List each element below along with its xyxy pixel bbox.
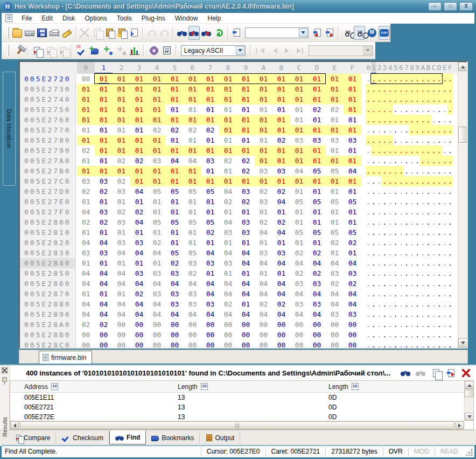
ascii-char[interactable]: . [398,238,404,248]
hex-byte[interactable]: 02 [272,217,290,227]
hex-byte[interactable]: 00 [255,319,272,330]
ascii-char[interactable]: . [371,105,376,115]
hex-byte[interactable]: 05 [308,227,326,238]
open-drive-button[interactable] [24,26,36,40]
hex-byte[interactable]: 04 [148,299,166,309]
ascii-char[interactable]: . [404,156,409,166]
ascii-char[interactable]: . [447,207,453,217]
hex-byte[interactable]: 00 [166,319,184,330]
hex-byte[interactable]: 01 [148,74,166,84]
hex-byte[interactable]: 00 [255,330,272,340]
hex-byte[interactable]: 00 [255,340,272,347]
ascii-char[interactable]: . [393,135,398,145]
hex-byte[interactable]: 04 [237,309,255,319]
ascii-char[interactable]: . [420,248,425,258]
ascii-char[interactable]: . [420,135,425,145]
ascii-char[interactable]: . [437,166,442,176]
hex-byte[interactable]: 01 [219,125,237,135]
hex-byte[interactable]: 01 [255,125,272,135]
ascii-char[interactable]: . [376,258,382,268]
ascii-char[interactable]: . [388,227,393,238]
results-copy-button[interactable] [430,367,442,378]
hex-byte[interactable]: 03 [219,227,237,238]
hex-byte[interactable]: 01 [130,227,148,238]
ascii-char[interactable]: . [442,115,447,125]
hex-byte[interactable]: 01 [308,125,326,135]
hex-byte[interactable]: 05 [166,217,184,227]
ascii-char[interactable]: . [382,135,387,145]
ascii-char[interactable]: . [382,207,387,217]
ascii-char[interactable]: . [376,299,382,309]
results-column-header[interactable]: Length [178,383,328,391]
ascii-char[interactable]: . [447,186,453,197]
hex-byte[interactable]: 01 [95,94,113,105]
ascii-char[interactable]: . [371,227,376,238]
hex-byte[interactable]: 01 [237,94,255,105]
hex-byte[interactable]: 01 [219,94,237,105]
ascii-char[interactable]: . [409,125,415,135]
hex-byte[interactable]: 01 [148,176,166,186]
hex-byte[interactable]: 04 [148,248,166,258]
hex-byte[interactable]: 00 [272,330,290,340]
hex-byte[interactable]: 03 [201,299,219,309]
ascii-char[interactable]: . [442,248,447,258]
ascii-char[interactable]: . [393,268,398,279]
hex-byte[interactable]: 04 [272,279,290,289]
hex-byte[interactable]: 00 [344,330,361,340]
hex-byte[interactable]: 02 [130,289,148,299]
ascii-char[interactable]: . [393,186,398,197]
file-properties-button[interactable] [61,26,73,40]
hex-byte[interactable]: 04 [77,268,95,279]
hex-byte[interactable]: 00 [201,340,219,347]
ascii-char[interactable]: . [371,289,376,299]
find-button[interactable] [176,26,187,40]
ascii-char[interactable]: . [442,217,447,227]
ascii-char[interactable]: . [388,258,393,268]
hex-byte[interactable]: 01 [148,145,166,156]
paste-special-button[interactable] [116,26,127,40]
results-row[interactable]: 005E272E130D [10,412,464,421]
menu-item-file[interactable]: File [17,13,37,23]
hex-byte[interactable]: 00 [130,340,148,347]
data-visualizer-tab[interactable]: Data Visualizer [3,72,16,186]
ascii-char[interactable]: . [398,176,404,186]
ascii-char[interactable]: . [398,217,404,227]
ascii-char[interactable]: . [398,197,404,207]
hex-byte[interactable]: 04 [344,258,361,268]
tab-output[interactable]: Output [200,432,240,444]
results-find-button[interactable] [400,367,411,378]
hex-byte[interactable]: 01 [219,145,237,156]
hex-byte[interactable]: 01 [95,156,113,166]
hex-byte[interactable]: 01 [344,207,361,217]
hex-byte[interactable]: 01 [166,84,184,94]
ascii-char[interactable]: . [431,145,437,156]
ascii-char[interactable]: . [376,217,382,227]
hex-byte[interactable]: 04 [201,248,219,258]
ascii-char[interactable]: . [442,319,447,330]
ascii-char[interactable]: . [371,84,376,94]
ascii-char[interactable]: . [425,279,431,289]
hex-byte[interactable]: 03 [148,268,166,279]
ascii-char[interactable]: . [398,105,404,115]
hex-byte[interactable]: 01 [344,145,361,156]
ascii-char[interactable]: . [415,176,420,186]
ascii-char[interactable]: . [398,84,404,94]
hex-byte[interactable]: 02 [308,268,326,279]
ascii-char[interactable]: . [437,309,442,319]
hex-byte[interactable]: 01 [272,207,290,217]
hex-byte[interactable]: 01 [272,105,290,115]
ascii-char[interactable]: . [371,156,376,166]
ascii-char[interactable]: . [371,176,376,186]
hex-byte[interactable]: 01 [130,145,148,156]
ascii-char[interactable]: . [415,156,420,166]
hex-byte[interactable]: 01 [237,125,255,135]
ascii-char[interactable]: . [371,125,376,135]
hex-byte[interactable]: 01 [201,74,219,84]
ascii-char[interactable]: . [431,84,437,94]
ascii-char[interactable]: . [404,258,409,268]
ascii-char[interactable]: . [366,105,371,115]
ascii-char[interactable]: . [420,166,425,176]
hex-byte[interactable]: 01 [148,166,166,176]
open-button[interactable] [12,26,23,40]
hex-byte[interactable]: 00 [344,340,361,347]
